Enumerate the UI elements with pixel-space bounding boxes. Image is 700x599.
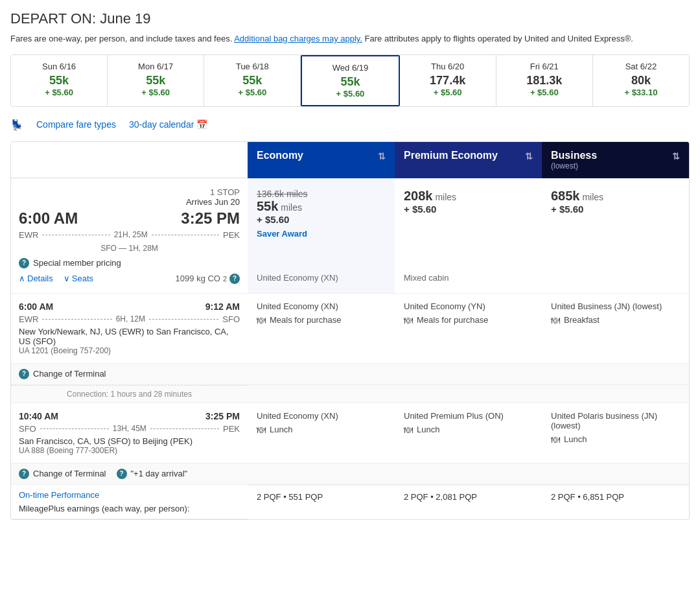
bag-charges-link[interactable]: Additional bag charges may apply.	[234, 34, 362, 43]
economy-earnings-cell: 2 PQF • 551 PQP	[248, 485, 395, 519]
seg2-route-detail: San Francisco, CA, US (SFO) to Beijing (…	[19, 436, 240, 446]
fare-note: Fares are one-way, per person, and inclu…	[10, 32, 690, 45]
date-cell-3[interactable]: Wed 6/19 55k + $5.60	[301, 55, 399, 106]
col-header-premium-economy: Premium Economy ⇅	[395, 142, 542, 178]
seg2-route: SFO 13H, 45M PEK	[19, 424, 240, 434]
seg2-business-meal-row: 🍽 Lunch	[551, 434, 680, 445]
connection-empty3	[542, 385, 689, 403]
date-price: + $5.60	[209, 88, 295, 97]
business-col-title: Business	[551, 150, 597, 161]
seg1-business-cabin: United Business (JN) (lowest)	[551, 301, 680, 311]
route-line2	[152, 235, 219, 235]
on-time-link[interactable]: On-time Performance	[19, 490, 99, 500]
business-miles-row: 685k miles	[551, 189, 680, 204]
change-terminal1-empty3	[542, 364, 689, 385]
date-cell-2[interactable]: Tue 6/18 55k + $5.60	[204, 55, 301, 106]
seg2-times: 10:40 AM 3:25 PM	[19, 411, 240, 421]
economy-col-title: Economy	[257, 150, 303, 161]
premium-sort-icon[interactable]: ⇅	[525, 151, 533, 161]
seg2-business-cell: United Polaris business (JN) (lowest) 🍽 …	[542, 403, 689, 464]
seg1-route: EWR 6H, 12M SFO	[19, 314, 240, 324]
seg1-premium-meal: Meals for purchase	[417, 315, 489, 325]
seg2-premium-meal-row: 🍽 Lunch	[404, 425, 533, 435]
premium-fare-cell: 208k miles + $5.60 Mixed cabin	[395, 178, 542, 294]
date-day: Fri 6/21	[502, 62, 587, 71]
seg2-business-cabin: United Polaris business (JN) (lowest)	[551, 411, 680, 430]
seg1-depart-time: 6:00 AM	[19, 301, 53, 312]
seg1-economy-cabin: United Economy (XN)	[257, 301, 386, 311]
change-terminal1-label: ? Change of Terminal	[19, 369, 240, 379]
date-miles: 55k	[113, 74, 198, 88]
premium-price: + $5.60	[404, 204, 533, 215]
premium-fare-amount: 208k miles + $5.60	[404, 189, 533, 260]
seg2-dest: PEK	[223, 424, 240, 434]
seg2-economy-meal: Lunch	[270, 425, 292, 434]
plus-day-help-icon[interactable]: ?	[117, 469, 127, 479]
economy-strikethrough: 136.6k miles	[257, 189, 386, 199]
economy-fare-amount: 136.6k miles 55k miles + $5.60 Saver Awa…	[257, 189, 386, 260]
seg2-depart-time: 10:40 AM	[19, 411, 58, 421]
dest-code: PEK	[223, 230, 240, 240]
date-cell-4[interactable]: Thu 6/20 177.4k + $5.60	[400, 55, 496, 106]
date-cell-6[interactable]: Sat 6/22 80k + $33.10	[593, 55, 689, 106]
date-selector: Sun 6/16 55k + $5.60 Mon 6/17 55k + $5.6…	[10, 54, 690, 107]
date-cell-0[interactable]: Sun 6/16 55k + $5.60	[11, 55, 108, 106]
seg1-aircraft: UA 1201 (Boeing 757-200)	[19, 346, 240, 355]
premium-economy-col-title: Premium Economy	[404, 150, 498, 161]
business-sort-icon[interactable]: ⇅	[672, 151, 680, 161]
co2-help-icon[interactable]: ?	[229, 274, 240, 284]
segment1-flight-info: 6:00 AM 9:12 AM EWR 6H, 12M SFO New York…	[11, 294, 248, 364]
seg2-economy-cabin: United Economy (XN)	[257, 411, 386, 421]
seg2-premium-cell: United Premium Plus (ON) 🍽 Lunch	[395, 403, 542, 464]
stops-label: 1 STOP	[19, 187, 240, 197]
seg1-route-detail: New York/Newark, NJ, US (EWR) to San Fra…	[19, 327, 240, 346]
economy-sort-icon[interactable]: ⇅	[378, 151, 386, 161]
date-price: + $5.60	[502, 88, 587, 97]
seg1-arrive-time: 9:12 AM	[205, 301, 240, 312]
details-link[interactable]: ∧ Details	[19, 274, 53, 283]
col-header-business: Business (lowest) ⇅	[542, 142, 689, 178]
route-line	[42, 235, 110, 235]
premium-miles-label: miles	[435, 192, 456, 202]
depart-time: 6:00 AM	[19, 209, 78, 228]
seats-link[interactable]: ∨ Seats	[64, 274, 93, 283]
segment2-flight-info: 10:40 AM 3:25 PM SFO 13H, 45M PEK San Fr…	[11, 403, 248, 464]
date-day: Sat 6/22	[598, 62, 684, 71]
change-terminal1-empty1	[248, 364, 395, 385]
change-terminal2-row: ? Change of Terminal ? "+1 day arrival"	[11, 464, 248, 485]
compare-fare-types-link[interactable]: Compare fare types	[36, 119, 116, 130]
date-miles: 55k	[307, 75, 393, 89]
seg2-premium-cabin: United Premium Plus (ON)	[404, 411, 533, 421]
seg1-economy-meal-row: 🍽 Meals for purchase	[257, 315, 386, 325]
meal-icon3: 🍽	[551, 315, 560, 325]
chevron-down-icon: ∨	[64, 274, 70, 283]
date-miles: 80k	[598, 74, 684, 88]
meal-icon5: 🍽	[404, 425, 413, 435]
date-miles: 181.3k	[502, 74, 587, 88]
seg1-origin: EWR	[19, 314, 38, 324]
business-miles: 685k	[551, 189, 580, 203]
seg2-origin: SFO	[19, 424, 36, 434]
col-header-empty	[11, 142, 248, 178]
date-cell-1[interactable]: Mon 6/17 55k + $5.60	[108, 55, 204, 106]
special-pricing-help-icon[interactable]: ?	[19, 258, 29, 268]
seg1-premium-meal-row: 🍽 Meals for purchase	[404, 315, 533, 325]
seg2-economy-meal-row: 🍽 Lunch	[257, 425, 386, 435]
co2-info: 1099 kg CO2 ?	[176, 274, 240, 284]
seg1-route-line	[42, 319, 111, 320]
page-header: DEPART ON: June 19 Fares are one-way, pe…	[10, 10, 690, 45]
economy-miles-label: miles	[281, 202, 302, 213]
date-cell-5[interactable]: Fri 6/21 181.3k + $5.60	[496, 55, 593, 106]
seg1-business-cell: United Business (JN) (lowest) 🍽 Breakfas…	[542, 294, 689, 364]
business-earnings-cell: 2 PQF • 6,851 PQP	[542, 485, 689, 519]
chevron-up-icon: ∧	[19, 274, 25, 283]
change-terminal-help-icon[interactable]: ?	[19, 369, 29, 379]
date-price: + $33.10	[598, 88, 684, 97]
change-terminal2-help-icon[interactable]: ?	[19, 469, 29, 479]
calendar-link[interactable]: 30-day calendar 📅	[129, 119, 207, 130]
seg1-economy-meal: Meals for purchase	[270, 315, 342, 325]
meal-icon6: 🍽	[551, 434, 560, 445]
seg2-arrive-time: 3:25 PM	[205, 411, 240, 421]
seg1-business-meal-row: 🍽 Breakfast	[551, 315, 680, 325]
economy-fare-cell: 136.6k miles 55k miles + $5.60 Saver Awa…	[248, 178, 395, 294]
